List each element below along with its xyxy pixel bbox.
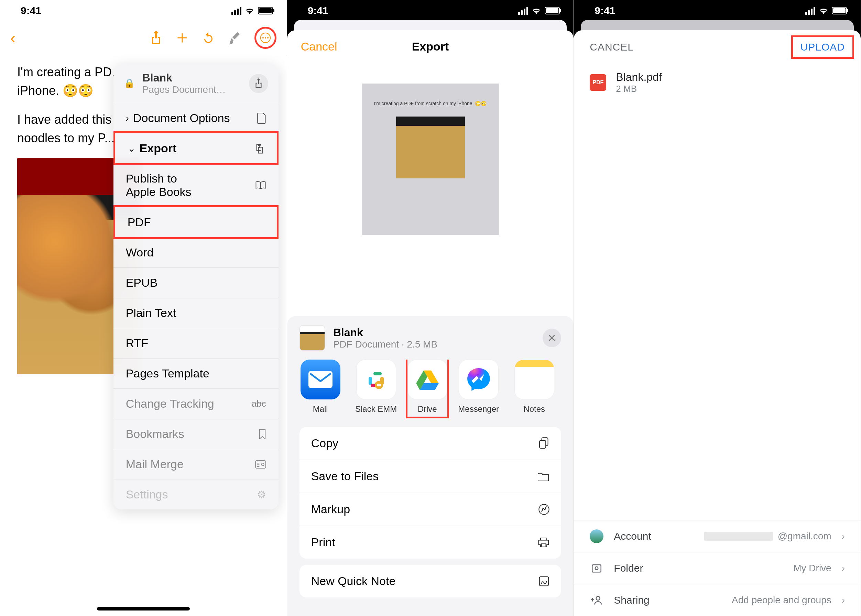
share-app-drive[interactable]: Drive: [406, 360, 449, 418]
strikethrough-icon: abc: [252, 398, 266, 409]
chevron-right-icon: ›: [842, 563, 845, 574]
add-icon[interactable]: [176, 31, 189, 44]
upload-file-name: Blank.pdf: [616, 71, 845, 83]
menu-export-word[interactable]: Word: [113, 237, 279, 267]
status-time: 9:41: [20, 5, 41, 17]
menu-mail-merge[interactable]: Mail Merge: [113, 449, 279, 479]
drive-account-row[interactable]: Account @gmail.com ›: [574, 520, 861, 552]
more-button[interactable]: [255, 27, 277, 49]
folder-icon: [538, 471, 549, 481]
svg-rect-8: [373, 372, 382, 376]
svg-point-3: [267, 37, 269, 39]
share-app-notes[interactable]: Notes: [513, 360, 556, 414]
home-indicator[interactable]: [97, 607, 190, 611]
export-sheet-header: Cancel Export: [287, 30, 574, 63]
menu-export-plain-text[interactable]: Plain Text: [113, 298, 279, 328]
cancel-button[interactable]: Cancel: [301, 40, 337, 53]
quick-note-icon: [538, 576, 549, 587]
share-icon[interactable]: [150, 31, 162, 45]
share-file-meta: PDF Document · 2.5 MB: [333, 339, 535, 350]
folder-outline-icon: [590, 561, 603, 575]
document-icon: [257, 113, 266, 124]
ios-share-sheet: Blank PDF Document · 2.5 MB Mail: [287, 316, 574, 616]
battery-icon: [832, 7, 847, 14]
back-button[interactable]: ‹: [10, 28, 16, 47]
dropdown-doc-type: Pages Document…: [142, 84, 241, 95]
svg-rect-14: [540, 440, 546, 448]
share-file-name: Blank: [333, 326, 535, 339]
cellular-icon: [231, 7, 241, 15]
account-avatar-icon: [590, 530, 603, 543]
share-app-mail[interactable]: Mail: [299, 360, 342, 414]
cancel-button[interactable]: CANCEL: [590, 41, 634, 53]
action-print[interactable]: Print: [299, 526, 562, 559]
lock-icon: 🔒: [124, 78, 135, 89]
upload-file-size: 2 MB: [616, 83, 845, 94]
svg-rect-12: [377, 383, 381, 387]
action-save-to-files[interactable]: Save to Files: [299, 460, 562, 493]
menu-document-options[interactable]: › Document Options: [113, 103, 279, 133]
drive-upload-header: CANCEL UPLOAD: [574, 30, 861, 64]
copy-icon: [538, 437, 549, 449]
svg-rect-7: [368, 377, 372, 385]
share-actions-list: Copy Save to Files Markup: [299, 427, 562, 559]
messenger-icon: [459, 360, 499, 399]
svg-point-18: [595, 567, 598, 570]
action-new-quick-note[interactable]: New Quick Note: [299, 565, 562, 597]
undo-icon[interactable]: [202, 31, 214, 44]
share-thumbnail: [299, 325, 325, 350]
svg-point-19: [596, 596, 600, 600]
chevron-down-icon: ⌄: [127, 143, 135, 154]
drive-sharing-row[interactable]: Sharing Add people and groups ›: [574, 584, 861, 616]
action-markup[interactable]: Markup: [299, 493, 562, 526]
menu-export-rtf[interactable]: RTF: [113, 328, 279, 358]
drive-folder-row[interactable]: Folder My Drive ›: [574, 552, 861, 584]
menu-export-pages-template[interactable]: Pages Template: [113, 358, 279, 388]
menu-export-epub[interactable]: EPUB: [113, 267, 279, 298]
menu-bookmarks[interactable]: Bookmarks: [113, 419, 279, 449]
status-icons: [518, 7, 560, 15]
status-bar: 9:41: [287, 0, 574, 20]
dropdown-header: 🔒 Blank Pages Document…: [113, 64, 279, 103]
share-app-slack[interactable]: Slack EMM: [354, 360, 398, 414]
document-menu-dropdown: 🔒 Blank Pages Document… › Document Optio…: [113, 64, 279, 509]
action-copy[interactable]: Copy: [299, 427, 562, 460]
status-time: 9:41: [308, 5, 328, 17]
mail-icon: [301, 360, 340, 399]
redacted-email: [704, 532, 773, 541]
dropdown-doc-name: Blank: [142, 71, 241, 84]
svg-point-5: [261, 463, 264, 465]
print-icon: [538, 537, 549, 548]
screen-export-share-sheet: 9:41 Cancel Export I'm creating a PDF fr…: [287, 0, 574, 616]
status-icons: [231, 7, 273, 15]
pdf-file-icon: PDF: [590, 74, 606, 91]
menu-publish-apple-books[interactable]: Publish to Apple Books: [113, 163, 279, 207]
notes-icon: [515, 360, 554, 399]
brush-icon[interactable]: [228, 31, 241, 45]
close-button[interactable]: [543, 328, 561, 347]
status-icons: [805, 7, 847, 15]
screen-pages-export-menu: 9:41 ‹ I'm creating a PD...iPhone. 😳😳 I …: [0, 0, 287, 616]
bookmark-icon: [258, 429, 266, 439]
upload-button-highlight: UPLOAD: [791, 35, 854, 59]
dropdown-share-button[interactable]: [249, 74, 268, 93]
wifi-icon: [245, 7, 255, 14]
svg-rect-17: [592, 565, 601, 572]
menu-export[interactable]: ⌄ Export: [115, 133, 277, 163]
share-app-messenger[interactable]: Messenger: [457, 360, 500, 414]
menu-settings[interactable]: Settings ⚙: [113, 479, 279, 509]
sharing-value: Add people and groups: [732, 595, 831, 606]
export-title: Export: [412, 40, 449, 53]
upload-button[interactable]: UPLOAD: [801, 41, 845, 53]
folder-value: My Drive: [793, 563, 831, 574]
chevron-right-icon: ›: [842, 595, 845, 606]
battery-icon: [258, 7, 273, 14]
add-person-icon: [590, 593, 603, 607]
status-bar: 9:41: [574, 0, 861, 20]
preview-image: [396, 116, 465, 178]
menu-change-tracking[interactable]: Change Tracking abc: [113, 388, 279, 419]
slack-icon: [356, 360, 396, 399]
menu-export-pdf[interactable]: PDF: [115, 207, 277, 237]
upload-file-row[interactable]: PDF Blank.pdf 2 MB: [574, 64, 861, 101]
export-icon: [254, 143, 264, 154]
